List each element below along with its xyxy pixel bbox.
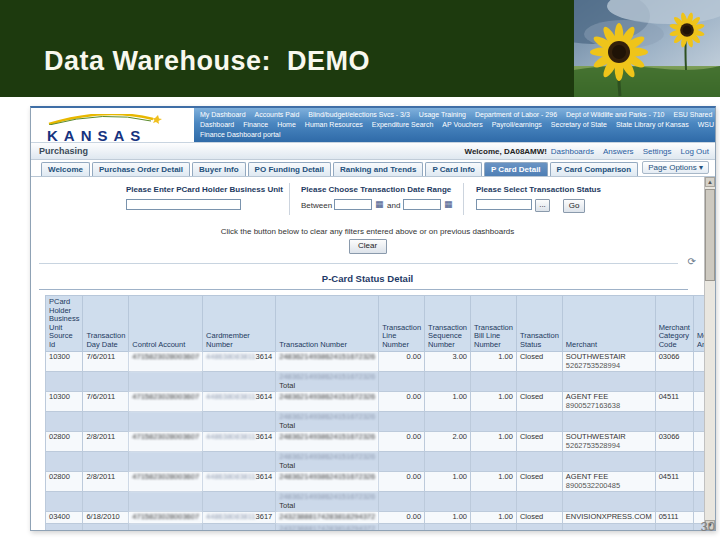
table-body: 103007/6/2011471582302800360744863808381… [46,352,705,531]
banner-link[interactable]: Dashboards [551,147,594,156]
cell-line-number: 0.00 [379,392,425,412]
section-refresh-icon[interactable]: ⟳ [688,256,696,267]
calendar-icon[interactable]: ▦ [444,199,453,210]
tab-p-card-comparison[interactable]: P Card Comparison [550,162,639,176]
calendar-icon[interactable]: ▦ [375,199,384,210]
scrollbar-up-icon[interactable]: ▲ [705,177,715,187]
cell-transaction-number: 24836214938624151672326 [276,352,379,372]
slide-header-band: Data Warehouse: DEMO [0,0,720,97]
nav-link[interactable]: ESU Shared [673,110,712,120]
card-last-digits: 3614 [256,472,273,481]
table-header-row: PCard Holder Business Unit Source IdTran… [46,296,705,352]
banner-link[interactable]: Answers [603,147,634,156]
banner-link[interactable]: Log Out [681,147,709,156]
tab-p-card-detail[interactable]: P Card Detail [484,162,548,176]
cell-empty [655,372,693,392]
bu-prompt-label: Please Enter PCard Holder Business Unit [126,185,283,194]
cell-mcc: 04511 [655,392,693,412]
cell-amount: $258.40 [693,352,704,372]
cell-empty [471,372,517,392]
nav-link[interactable]: Usage Training [419,110,466,120]
table-row: 24836214938624151672326Total$8.50 [46,412,705,432]
cell-empty [516,523,562,530]
bu-input[interactable] [126,199,241,210]
cell-line-number: 0.00 [379,352,425,372]
nav-link[interactable]: Human Resources [305,120,363,130]
slide-title: Data Warehouse: DEMO [44,46,370,77]
cell-amount: $8.50 [693,392,704,412]
nav-link[interactable]: Secretary of State [551,120,607,130]
scrollbar-thumb[interactable] [705,189,715,281]
column-header: Merchant Category Code [655,296,693,352]
tab-buyer-info[interactable]: Buyer Info [192,162,246,176]
nav-link[interactable]: WSU [698,120,714,130]
cell-empty [516,492,562,512]
column-header: Transaction Line Number [379,296,425,352]
cell-empty [203,412,276,432]
column-header: Transaction Number [276,296,379,352]
nav-link[interactable]: Accounts Paid [255,110,300,120]
cell-amount: $258.40 [693,432,704,452]
go-button[interactable]: Go [563,199,585,213]
page-options-button[interactable]: Page Options ▾ [642,161,709,174]
nav-link[interactable]: Dashboard [200,120,234,130]
nav-link[interactable]: Department of Labor - 296 [475,110,557,120]
nav-link[interactable]: Home [277,120,296,130]
cell-control-account: 4715823028003607 [129,512,203,524]
column-header: Cardmember Number [203,296,276,352]
cell-empty [471,523,517,530]
nav-link[interactable]: Expenditure Search [372,120,433,130]
cell-business-unit: 10300 [46,352,83,372]
nav-link[interactable]: Blind/budget/elections Svcs - 3/3 [308,110,410,120]
vertical-scrollbar[interactable]: ▲ ▼ [704,177,715,530]
tab-purchase-order-detail[interactable]: Purchase Order Detail [92,162,190,176]
masked-card-digits: 448638083811 [206,472,256,481]
cell-transaction-date: 2/8/2011 [83,432,129,452]
nav-link[interactable]: Payroll/earnings [492,120,542,130]
cell-empty [129,492,203,512]
banner-links: DashboardsAnswersSettingsLog Out [551,147,709,156]
cell-transaction-number: 24323888174283818294372 [276,512,379,524]
cell-empty [562,452,655,472]
cell-empty [129,523,203,530]
cell-bill-line-number: 1.00 [471,472,517,492]
tab-p-card-info[interactable]: P Card Info [425,162,482,176]
cell-empty [471,412,517,432]
total-transaction-number: 24836214938624151672326 [279,373,375,382]
status-lov-button[interactable]: ... [535,199,550,212]
date-to-input[interactable] [403,199,441,210]
nav-link[interactable]: State Library of Kansas [616,120,689,130]
status-input[interactable] [476,199,532,210]
card-last-digits: 3614 [256,352,273,361]
tab-ranking-and-trends[interactable]: Ranking and Trends [333,162,423,176]
slide-page-number: 30 [701,519,715,534]
cell-empty [425,523,471,530]
cell-empty [83,412,129,432]
tab-po-funding-detail[interactable]: PO Funding Detail [248,162,331,176]
cell-total-transaction: 24323888174283818294372Total [276,523,379,530]
status-prompt-label: Please Select Transaction Status [476,185,601,194]
cell-empty [471,492,517,512]
nav-link[interactable]: Finance [243,120,268,130]
cell-empty [83,492,129,512]
column-header: PCard Holder Business Unit Source Id [46,296,83,352]
cell-line-number: 0.00 [379,432,425,452]
clear-button[interactable]: Clear [349,239,387,254]
app-window: KANSAS My DashboardAccounts PaidBlind/bu… [30,106,716,531]
nav-link[interactable]: Finance Dashboard portal [200,130,281,140]
nav-link[interactable]: AP Vouchers [442,120,482,130]
cell-status: Closed [516,472,562,492]
masked-card-digits: 448638083811 [206,512,256,521]
date-from-input[interactable] [334,199,372,210]
cell-empty [83,523,129,530]
banner-link[interactable]: Settings [643,147,672,156]
nav-link[interactable]: Dept of Wildlife and Parks - 710 [566,110,664,120]
cell-empty [129,372,203,392]
nav-link[interactable]: My Dashboard [200,110,246,120]
cell-transaction-number: 24836214938624151672326 [276,432,379,452]
cell-total-transaction: 24836214938624151672326Total [276,372,379,392]
cell-empty [203,523,276,530]
tab-welcome[interactable]: Welcome [41,162,90,176]
cell-empty [516,372,562,392]
column-header: Control Account [129,296,203,352]
